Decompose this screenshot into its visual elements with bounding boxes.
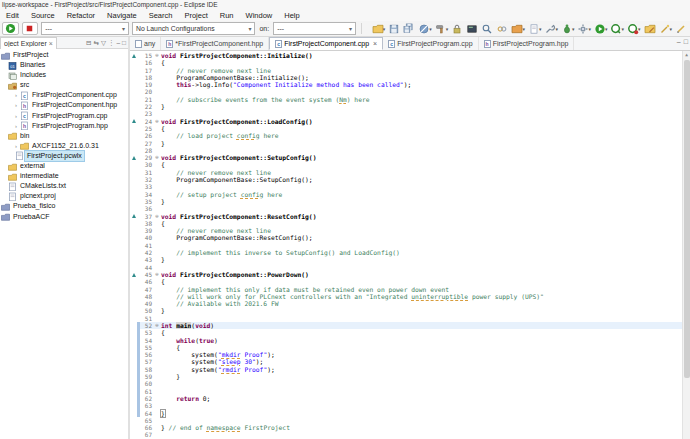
menu-project[interactable]: Project (178, 11, 213, 20)
code-editor[interactable]: 15⊖void FirstProjectComponent::Initializ… (130, 51, 690, 439)
view-menu-icon[interactable]: ⋮ (108, 39, 115, 47)
tree-item-prueba-fisico[interactable]: Prueba_fisico (0, 201, 128, 211)
code-line-20[interactable]: 20 (130, 88, 682, 95)
code-line-50[interactable]: 50} (130, 307, 682, 314)
run-button[interactable] (2, 22, 19, 35)
tree-item-firstprojectprogram-cpp[interactable]: ›cFirstProjectProgram.cpp (0, 111, 128, 121)
menu-search[interactable]: Search (143, 11, 179, 20)
launch-target-combo[interactable]: --- ▾ (41, 22, 129, 35)
maximize-icon[interactable]: □ (122, 39, 126, 47)
code-line-28[interactable]: 28 (130, 147, 682, 154)
code-line-36[interactable]: 36 (130, 205, 682, 212)
console-icon[interactable] (465, 22, 479, 36)
code-line-33[interactable]: 33 (130, 183, 682, 190)
code-line-41[interactable]: 41 (130, 242, 682, 249)
new-file-icon[interactable]: ▾ (527, 22, 543, 36)
code-line-37[interactable]: 37⊖void FirstProjectComponent::ResetConf… (130, 213, 682, 220)
save-all-icon[interactable] (402, 22, 416, 36)
pencil-icon[interactable] (674, 22, 688, 36)
fold-marker-icon[interactable]: ⊖ (153, 52, 161, 59)
tab-firstprojectcomponent-hpp[interactable]: h*FirstProjectComponent.hpp (161, 37, 269, 50)
tab-firstprojectcomponent-cpp[interactable]: cFirstProjectComponent.cpp× (269, 37, 383, 50)
profile-icon[interactable]: ▾ (626, 22, 642, 36)
build-icon[interactable]: ▾ (434, 22, 450, 36)
code-line-58[interactable]: 58 system("rmdir Proof"); (130, 366, 682, 373)
tree-item-src[interactable]: src (0, 80, 128, 90)
code-line-39[interactable]: 39 // never remove next line (130, 227, 682, 234)
code-line-32[interactable]: 32 ProgramComponentBase::SetupConfig(); (130, 176, 682, 183)
code-line-30[interactable]: 30{ (130, 161, 682, 168)
code-line-47[interactable]: 47 // implement this only if data must b… (130, 286, 682, 293)
code-line-53[interactable]: 53{ (130, 329, 682, 336)
link-editor-icon[interactable] (495, 22, 509, 36)
tab-any[interactable]: any (130, 37, 161, 50)
code-line-23[interactable]: 23 (130, 110, 682, 117)
code-line-42[interactable]: 42 // implement this inverse to SetupCon… (130, 249, 682, 256)
code-line-38[interactable]: 38{ (130, 220, 682, 227)
tab-firstprojectprogram-hpp[interactable]: hFirstProjectProgram.hpp (479, 37, 575, 50)
code-line-24[interactable]: 24⊖void FirstProjectComponent::LoadConfi… (130, 118, 682, 125)
run-icon[interactable]: ▾ (593, 22, 609, 36)
fold-marker-icon[interactable]: ⊖ (153, 154, 161, 161)
code-line-51[interactable]: 51 (130, 315, 682, 322)
code-line-27[interactable]: 27} (130, 140, 682, 147)
menu-run[interactable]: Run (214, 11, 240, 20)
code-line-56[interactable]: 56 system("mkdir Proof"); (130, 351, 682, 358)
code-line-63[interactable]: 63 (130, 402, 682, 409)
new-cpp-icon[interactable]: ▾ (510, 22, 526, 36)
tree-item-intermediate[interactable]: intermediate (0, 171, 128, 181)
tree-item-axcf1152-21-6-0-31[interactable]: ›AXCF1152_21.6.0.31 (0, 141, 128, 151)
debug-icon[interactable]: ▾ (560, 22, 576, 36)
code-line-22[interactable]: 22} (130, 103, 682, 110)
code-line-40[interactable]: 40 ProgramComponentBase::ResetConfig(); (130, 234, 682, 241)
search-icon[interactable] (480, 22, 494, 36)
code-line-21[interactable]: 21 // subscribe events from the event sy… (130, 96, 682, 103)
code-line-18[interactable]: 18 ProgramComponentBase::Initialize(); (130, 74, 682, 81)
tree-item-plcnext-proj[interactable]: plcnext.proj (0, 191, 128, 201)
code-line-66[interactable]: 66} // end of namespace FirstProject (130, 424, 682, 431)
maximize-icon[interactable]: □ (684, 38, 688, 45)
menu-refactor[interactable]: Refactor (61, 11, 101, 20)
code-line-65[interactable]: 65 (130, 417, 682, 424)
tree-item-firstprojectcomponent-hpp[interactable]: ›hFirstProjectComponent.hpp (0, 100, 128, 110)
code-line-61[interactable]: 61 (130, 388, 682, 395)
tree-item-bin[interactable]: bin (0, 131, 128, 141)
close-icon[interactable]: × (49, 40, 53, 47)
tree-item-binaries[interactable]: 01Binaries (0, 60, 128, 70)
tree-item-external[interactable]: external (0, 161, 128, 171)
code-line-49[interactable]: 49 // Available with 2021.6 FW (130, 300, 682, 307)
code-line-67[interactable]: 67 (130, 431, 682, 438)
code-line-64[interactable]: 64} (130, 410, 682, 417)
tab-project-explorer[interactable]: Project Explorer × (0, 37, 57, 49)
code-line-44[interactable]: 44 (130, 264, 682, 271)
lock-icon[interactable] (450, 22, 464, 36)
code-line-59[interactable]: 59 } (130, 373, 682, 380)
code-line-62[interactable]: 62 return 0; (130, 395, 682, 402)
coverage-icon[interactable]: ▾ (609, 22, 625, 36)
editor-scrollbar[interactable]: ▲ (682, 51, 690, 439)
fold-marker-icon[interactable]: ⊖ (153, 118, 161, 125)
filter-icon[interactable]: ▽ (101, 39, 106, 47)
tree-item-pruebaacf[interactable]: PruebaACF (0, 212, 128, 222)
menu-navigate[interactable]: Navigate (101, 11, 143, 20)
scrollbar-thumb[interactable] (684, 60, 690, 378)
menu-window[interactable]: Window (240, 11, 279, 20)
code-line-55[interactable]: 55 { (130, 344, 682, 351)
menu-help[interactable]: Help (278, 11, 305, 20)
code-line-57[interactable]: 57 system("sleep 30"); (130, 358, 682, 365)
launch-config-combo[interactable]: No Launch Configurations ▾ (132, 22, 255, 35)
link-with-editor-icon[interactable]: ⇆ (93, 39, 98, 47)
launch-mode-combo[interactable]: --- ▾ (273, 22, 356, 35)
fold-marker-icon[interactable]: ⊖ (153, 322, 161, 329)
code-line-17[interactable]: 17 // never remove next line (130, 67, 682, 74)
code-line-31[interactable]: 31 // never remove next line (130, 169, 682, 176)
save-icon[interactable] (387, 22, 401, 36)
fold-marker-icon[interactable]: ⊖ (153, 271, 161, 278)
skip-breakpoints-icon[interactable]: ▾ (417, 22, 433, 36)
collapse-all-icon[interactable]: ⊟ (86, 39, 91, 47)
code-line-25[interactable]: 25{ (130, 125, 682, 132)
code-line-43[interactable]: 43} (130, 256, 682, 263)
open-element-icon[interactable] (643, 22, 657, 36)
scroll-up-icon[interactable]: ▲ (683, 51, 690, 59)
code-line-48[interactable]: 48 // will work only for PLCnext control… (130, 293, 682, 300)
